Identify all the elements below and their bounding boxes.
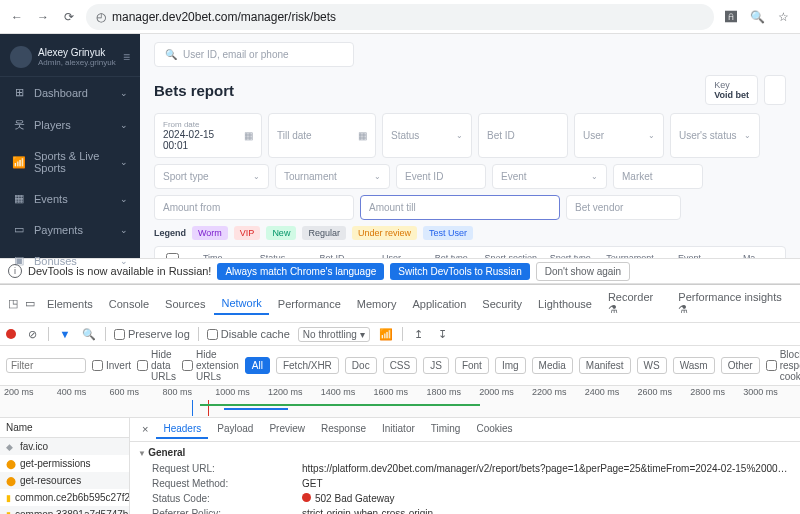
tournament-filter[interactable]: Tournament⌄: [275, 164, 390, 189]
column-header[interactable]: Tournament: [602, 253, 658, 258]
detail-tab-initiator[interactable]: Initiator: [375, 420, 422, 439]
back-button[interactable]: ←: [8, 8, 26, 26]
forward-button[interactable]: →: [34, 8, 52, 26]
request-row[interactable]: ▮common.33891a7d5747b64…: [0, 506, 129, 514]
type-manifest[interactable]: Manifest: [579, 357, 631, 374]
type-font[interactable]: Font: [455, 357, 489, 374]
type-img[interactable]: Img: [495, 357, 526, 374]
blocked-cookies-checkbox[interactable]: Blocked response cookies: [766, 349, 800, 382]
user-profile[interactable]: Alexey Grinyuk Admin, alexey.grinyuk ≡: [0, 38, 140, 77]
hide-ext-checkbox[interactable]: Hide extension URLs: [182, 349, 239, 382]
switch-language-button[interactable]: Switch DevTools to Russian: [390, 263, 529, 280]
sidebar-item-players[interactable]: 웃Players⌄: [0, 108, 140, 141]
from-date-filter[interactable]: From date 2024-02-15 00:01 ▦: [154, 113, 262, 158]
column-header[interactable]: User: [364, 253, 420, 258]
type-media[interactable]: Media: [532, 357, 573, 374]
tab-performance[interactable]: Performance: [271, 294, 348, 314]
device-icon[interactable]: ▭: [23, 296, 38, 312]
amount-till-filter[interactable]: Amount till: [360, 195, 560, 220]
detail-tab-timing[interactable]: Timing: [424, 420, 468, 439]
throttling-select[interactable]: No throttling ▾: [298, 327, 370, 342]
preserve-log-checkbox[interactable]: Preserve log: [114, 328, 190, 340]
user-status-filter[interactable]: User's status⌄: [670, 113, 760, 158]
record-button[interactable]: [6, 329, 16, 339]
type-ws[interactable]: WS: [637, 357, 667, 374]
status-filter[interactable]: Status⌄: [382, 113, 472, 158]
search-input[interactable]: 🔍 User ID, email or phone: [154, 42, 354, 67]
detail-tab-preview[interactable]: Preview: [262, 420, 312, 439]
tab-application[interactable]: Application: [406, 294, 474, 314]
detail-tab-headers[interactable]: Headers: [156, 420, 208, 439]
tab-console[interactable]: Console: [102, 294, 156, 314]
detail-tab-response[interactable]: Response: [314, 420, 373, 439]
invert-checkbox[interactable]: Invert: [92, 360, 131, 371]
menu-icon[interactable]: ≡: [123, 50, 130, 64]
type-css[interactable]: CSS: [383, 357, 418, 374]
list-header[interactable]: Name: [0, 418, 129, 438]
dont-show-button[interactable]: Don't show again: [536, 262, 630, 281]
general-section[interactable]: General: [138, 444, 792, 461]
sidebar-item-events[interactable]: ▦Events⌄: [0, 183, 140, 214]
close-detail-button[interactable]: ×: [136, 420, 154, 439]
tab-sources[interactable]: Sources: [158, 294, 212, 314]
type-other[interactable]: Other: [721, 357, 760, 374]
column-header[interactable]: Sport type: [543, 253, 599, 258]
type-fetch[interactable]: Fetch/XHR: [276, 357, 339, 374]
user-filter[interactable]: User⌄: [574, 113, 664, 158]
hide-data-checkbox[interactable]: Hide data URLs: [137, 349, 176, 382]
tab-lighthouse[interactable]: Lighthouse: [531, 294, 599, 314]
market-filter[interactable]: Market: [613, 164, 703, 189]
upload-icon[interactable]: ↥: [411, 326, 427, 342]
tab-network[interactable]: Network: [214, 293, 268, 315]
bet-vendor-filter[interactable]: Bet vendor: [566, 195, 681, 220]
column-header[interactable]: Sport section: [483, 253, 539, 258]
request-row[interactable]: ◆fav.ico: [0, 438, 129, 455]
select-all-checkbox[interactable]: [166, 253, 179, 258]
sidebar-item-sports[interactable]: 📶Sports & Live Sports⌄: [0, 141, 140, 183]
tab-memory[interactable]: Memory: [350, 294, 404, 314]
filter-input[interactable]: [6, 358, 86, 373]
type-all[interactable]: All: [245, 357, 270, 374]
event-filter[interactable]: Event⌄: [492, 164, 607, 189]
tab-perf-insights[interactable]: Performance insights ⚗: [671, 287, 794, 320]
column-header[interactable]: Ma: [721, 253, 777, 258]
network-timeline[interactable]: 200 ms400 ms600 ms800 ms1000 ms1200 ms14…: [0, 386, 800, 418]
download-icon[interactable]: ↧: [435, 326, 451, 342]
search-icon[interactable]: 🔍: [81, 326, 97, 342]
reload-button[interactable]: ⟳: [60, 8, 78, 26]
clear-button[interactable]: ⊘: [24, 326, 40, 342]
column-header[interactable]: Status: [245, 253, 301, 258]
type-wasm[interactable]: Wasm: [673, 357, 715, 374]
detail-tab-cookies[interactable]: Cookies: [469, 420, 519, 439]
key-selector[interactable]: Key Void bet: [705, 75, 758, 105]
address-bar[interactable]: ◴ manager.dev20bet.com/manager/risk/bets: [86, 4, 714, 30]
column-header[interactable]: Bet type: [423, 253, 479, 258]
disable-cache-checkbox[interactable]: Disable cache: [207, 328, 290, 340]
zoom-icon[interactable]: 🔍: [748, 8, 766, 26]
column-header[interactable]: Event: [662, 253, 718, 258]
match-language-button[interactable]: Always match Chrome's language: [217, 263, 384, 280]
translate-icon[interactable]: 🅰: [722, 8, 740, 26]
type-doc[interactable]: Doc: [345, 357, 377, 374]
wifi-icon[interactable]: 📶: [378, 326, 394, 342]
type-js[interactable]: JS: [423, 357, 449, 374]
column-header[interactable]: Bet ID: [304, 253, 360, 258]
inspect-icon[interactable]: ◳: [6, 296, 21, 312]
event-id-filter[interactable]: Event ID: [396, 164, 486, 189]
amount-from-filter[interactable]: Amount from: [154, 195, 354, 220]
request-row[interactable]: ⬤get-permissions: [0, 455, 129, 472]
tab-recorder[interactable]: Recorder ⚗: [601, 287, 669, 320]
sidebar-item-payments[interactable]: ▭Payments⌄: [0, 214, 140, 245]
sport-type-filter[interactable]: Sport type⌄: [154, 164, 269, 189]
request-row[interactable]: ⬤get-resources: [0, 472, 129, 489]
bet-id-filter[interactable]: Bet ID: [478, 113, 568, 158]
column-header[interactable]: Time: [185, 253, 241, 258]
action-button[interactable]: [764, 75, 786, 105]
tab-elements[interactable]: Elements: [40, 294, 100, 314]
detail-tab-payload[interactable]: Payload: [210, 420, 260, 439]
tab-security[interactable]: Security: [475, 294, 529, 314]
bookmark-icon[interactable]: ☆: [774, 8, 792, 26]
till-date-filter[interactable]: Till date▦: [268, 113, 376, 158]
request-row[interactable]: ▮common.ce2b6b595c27f234…: [0, 489, 129, 506]
sidebar-item-dashboard[interactable]: ⊞Dashboard⌄: [0, 77, 140, 108]
